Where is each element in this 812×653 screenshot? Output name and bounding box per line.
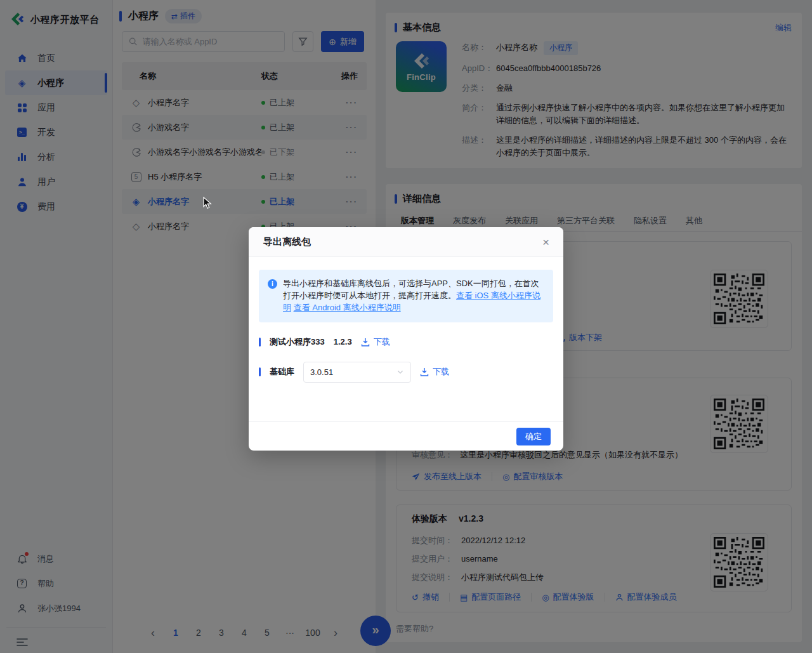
row-accent-bar: [259, 367, 261, 376]
base-library-label: 基础库: [270, 366, 294, 378]
base-library-select[interactable]: 3.0.51: [303, 362, 411, 383]
screen: 小程序开放平台 首页 ◈ 小程序 应用 开发: [0, 0, 812, 653]
download-icon: [420, 367, 429, 376]
row-accent-bar: [259, 338, 261, 346]
download-icon: [361, 338, 370, 346]
app-package-version: 1.2.3: [334, 337, 352, 346]
app-package-name: 测试小程序333: [270, 336, 325, 348]
close-icon[interactable]: ×: [542, 236, 549, 248]
download-label: 下载: [433, 366, 449, 378]
app-package-row: 测试小程序333 1.2.3 下载: [259, 336, 553, 348]
download-app-link[interactable]: 下载: [361, 336, 390, 348]
base-library-value: 3.0.51: [310, 367, 333, 377]
base-library-row: 基础库 3.0.51 下载: [259, 362, 553, 383]
info-icon: i: [268, 279, 277, 289]
download-label: 下载: [374, 336, 390, 348]
info-alert: i 导出小程序和基础库离线包后，可选择与APP、SDK一同打包，在首次打开小程序…: [259, 270, 553, 322]
chevron-down-icon: [396, 368, 404, 376]
modal-title: 导出离线包: [263, 236, 311, 248]
android-doc-link[interactable]: 查看 Android 离线小程序说明: [294, 303, 401, 312]
mouse-cursor: [203, 197, 214, 209]
download-base-link[interactable]: 下载: [420, 366, 449, 378]
export-offline-package-modal: 导出离线包 × i 导出小程序和基础库离线包后，可选择与APP、SDK一同打包，…: [249, 227, 563, 451]
confirm-button[interactable]: 确定: [516, 428, 551, 445]
